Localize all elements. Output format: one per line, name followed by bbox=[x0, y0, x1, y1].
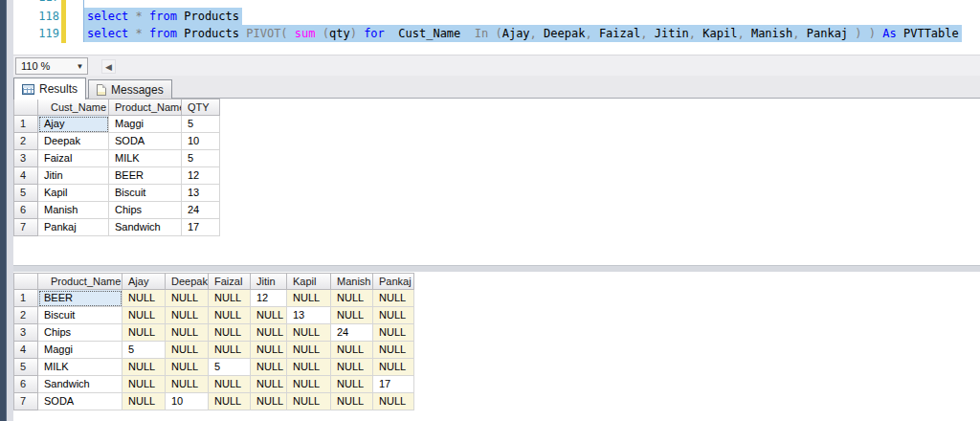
grid-cell[interactable]: 24 bbox=[331, 324, 373, 342]
grid-cell[interactable]: BEER bbox=[38, 290, 122, 307]
grid-cell[interactable]: NULL bbox=[251, 393, 287, 410]
grid-cell[interactable]: Faizal bbox=[38, 150, 109, 167]
grid-cell[interactable]: NULL bbox=[287, 342, 331, 359]
grid-cell[interactable]: NULL bbox=[287, 290, 331, 307]
row-header[interactable]: 6 bbox=[13, 202, 38, 219]
grid-cell[interactable]: MILK bbox=[109, 150, 182, 167]
grid-cell[interactable]: 5 bbox=[122, 342, 166, 359]
grid-corner[interactable] bbox=[13, 99, 38, 116]
grid-cell[interactable]: NULL bbox=[373, 342, 414, 359]
grid-cell[interactable]: Maggi bbox=[109, 116, 182, 133]
column-header[interactable]: Ajay bbox=[122, 273, 166, 290]
column-header[interactable]: Pankaj bbox=[373, 273, 414, 290]
grid-cell[interactable]: Pankaj bbox=[38, 219, 109, 236]
tab-messages[interactable]: Messages bbox=[88, 79, 172, 99]
grid-cell[interactable]: NULL bbox=[331, 290, 373, 307]
grid-cell[interactable]: NULL bbox=[209, 324, 251, 342]
code-line-118[interactable]: 118select * from Products bbox=[13, 8, 980, 25]
sql-editor[interactable]: 117118select * from Products119select * … bbox=[13, 0, 980, 55]
grid-cell[interactable]: NULL bbox=[209, 307, 251, 324]
grid-cell[interactable]: NULL bbox=[331, 342, 373, 359]
grid-cell[interactable]: Deepak bbox=[38, 133, 109, 150]
grid-cell[interactable]: NULL bbox=[166, 290, 209, 307]
grid-cell[interactable]: 5 bbox=[209, 359, 251, 376]
grid-cell[interactable]: NULL bbox=[251, 342, 287, 359]
grid-cell[interactable]: NULL bbox=[373, 307, 414, 324]
row-header[interactable]: 1 bbox=[13, 290, 38, 307]
code-line-117[interactable]: 117 bbox=[13, 0, 980, 6]
grid-cell[interactable]: BEER bbox=[109, 167, 182, 185]
grid-cell[interactable]: Sandwich bbox=[38, 376, 122, 393]
grid-cell[interactable]: 5 bbox=[182, 150, 220, 167]
row-header[interactable]: 4 bbox=[13, 342, 38, 359]
grid-cell[interactable]: 10 bbox=[182, 133, 220, 150]
row-header[interactable]: 7 bbox=[13, 219, 38, 236]
code-line-119[interactable]: 119select * from Products PIVOT( sum (qt… bbox=[13, 25, 980, 42]
grid-cell[interactable]: NULL bbox=[209, 290, 251, 307]
grid-cell[interactable]: NULL bbox=[209, 393, 251, 410]
results-splitter[interactable] bbox=[13, 265, 980, 272]
grid-cell[interactable]: 17 bbox=[373, 376, 414, 393]
grid-cell[interactable]: SODA bbox=[109, 133, 182, 150]
grid-cell[interactable]: 5 bbox=[182, 116, 220, 133]
grid-cell[interactable]: NULL bbox=[251, 307, 287, 324]
grid-cell[interactable]: NULL bbox=[122, 290, 166, 307]
grid-cell[interactable]: NULL bbox=[287, 376, 331, 393]
column-header[interactable]: Product_Name bbox=[38, 273, 122, 290]
grid-cell[interactable]: 13 bbox=[287, 307, 331, 324]
row-header[interactable]: 6 bbox=[13, 376, 38, 393]
column-header[interactable]: Manish bbox=[331, 273, 373, 290]
grid-cell[interactable]: Maggi bbox=[38, 342, 122, 359]
grid-cell[interactable]: Sandwich bbox=[109, 219, 182, 236]
grid-cell[interactable]: NULL bbox=[251, 359, 287, 376]
grid-cell[interactable]: NULL bbox=[373, 290, 414, 307]
grid-cell[interactable]: Ajay bbox=[38, 116, 109, 133]
chevron-down-icon[interactable]: ▼ bbox=[73, 62, 87, 71]
grid-cell[interactable]: Chips bbox=[109, 202, 182, 219]
row-header[interactable]: 1 bbox=[13, 116, 38, 133]
grid-cell[interactable]: MILK bbox=[38, 359, 122, 376]
grid-cell[interactable]: 12 bbox=[182, 167, 220, 185]
grid-cell[interactable]: NULL bbox=[166, 376, 209, 393]
column-header[interactable]: QTY bbox=[182, 99, 220, 116]
grid-cell[interactable]: NULL bbox=[251, 324, 287, 342]
grid-cell[interactable]: 17 bbox=[182, 219, 220, 236]
grid-cell[interactable]: 13 bbox=[182, 185, 220, 202]
grid-cell[interactable]: NULL bbox=[331, 393, 373, 410]
grid-cell[interactable]: NULL bbox=[209, 376, 251, 393]
grid-cell[interactable]: NULL bbox=[373, 324, 414, 342]
column-header[interactable]: Deepak bbox=[166, 273, 209, 290]
grid-cell[interactable]: SODA bbox=[38, 393, 122, 410]
grid-cell[interactable]: 24 bbox=[182, 202, 220, 219]
grid-cell[interactable]: NULL bbox=[331, 307, 373, 324]
grid-cell[interactable]: Kapil bbox=[38, 185, 109, 202]
grid-cell[interactable]: NULL bbox=[373, 393, 414, 410]
grid-cell[interactable]: Jitin bbox=[38, 167, 109, 185]
grid-cell[interactable]: NULL bbox=[373, 359, 414, 376]
row-header[interactable]: 2 bbox=[13, 133, 38, 150]
grid-cell[interactable]: NULL bbox=[166, 359, 209, 376]
grid-cell[interactable]: NULL bbox=[251, 376, 287, 393]
grid-cell[interactable]: Biscuit bbox=[109, 185, 182, 202]
grid-cell[interactable]: Biscuit bbox=[38, 307, 122, 324]
grid-cell[interactable]: NULL bbox=[122, 307, 166, 324]
grid-cell[interactable]: NULL bbox=[209, 342, 251, 359]
grid-cell[interactable]: NULL bbox=[122, 324, 166, 342]
grid-cell[interactable]: NULL bbox=[166, 307, 209, 324]
grid-corner[interactable] bbox=[13, 273, 38, 290]
row-header[interactable]: 3 bbox=[13, 150, 38, 167]
row-header[interactable]: 4 bbox=[13, 167, 38, 185]
grid-cell[interactable]: NULL bbox=[287, 324, 331, 342]
column-header[interactable]: Cust_Name bbox=[38, 99, 109, 116]
hscroll-left-arrow[interactable]: ◀ bbox=[101, 59, 116, 74]
column-header[interactable]: Jitin bbox=[251, 273, 287, 290]
zoom-dropdown[interactable]: 110 % ▼ bbox=[15, 57, 88, 75]
grid-cell[interactable]: NULL bbox=[122, 359, 166, 376]
row-header[interactable]: 3 bbox=[13, 324, 38, 342]
row-header[interactable]: 2 bbox=[13, 307, 38, 324]
row-header[interactable]: 5 bbox=[13, 359, 38, 376]
tab-results[interactable]: Results bbox=[13, 78, 86, 100]
grid-cell[interactable]: NULL bbox=[122, 393, 166, 410]
row-header[interactable]: 7 bbox=[13, 393, 38, 410]
grid-cell[interactable]: NULL bbox=[166, 324, 209, 342]
